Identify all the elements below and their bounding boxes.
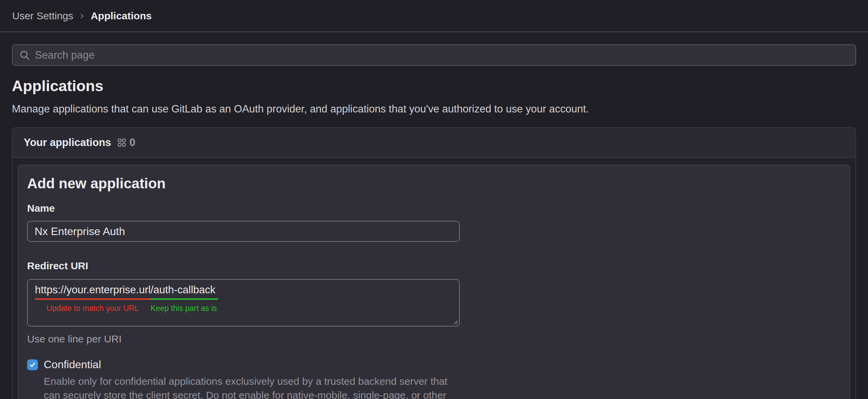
your-applications-header: Your applications 0 [13,128,855,158]
confidential-help: Enable only for confidential application… [44,374,448,399]
chevron-right-icon: › [80,9,84,23]
annotation-update-url: Update to match your URL [35,304,151,313]
your-applications-section: Your applications 0 Add new application … [12,127,856,399]
redirect-uri-red-segment: https://your.enterprise.url [35,284,151,300]
add-new-application-card: Add new application Name Redirect URI ht… [18,165,850,399]
redirect-uri-label: Redirect URI [27,260,836,272]
page-title: Applications [12,77,868,95]
confidential-text: Confidential Enable only for confidentia… [44,358,448,399]
breadcrumb-current-applications: Applications [91,10,152,22]
your-applications-title: Your applications [24,136,111,149]
breadcrumb-user-settings[interactable]: User Settings [12,10,73,22]
breadcrumb: User Settings › Applications [12,9,152,23]
search-row [0,32,868,66]
topbar: User Settings › Applications [0,0,868,32]
uri-helper-text: Use one line per URI [27,333,836,345]
redirect-uri-value: https://your.enterprise.url/auth-callbac… [35,284,459,300]
your-applications-body: Add new application Name Redirect URI ht… [13,158,855,399]
page-description: Manage applications that can use GitLab … [12,103,868,115]
search-input[interactable] [35,49,849,61]
checkmark-icon [29,361,36,369]
confidential-checkbox[interactable] [27,359,38,370]
redirect-uri-textarea[interactable]: https://your.enterprise.url/auth-callbac… [27,279,460,327]
resize-grip-icon[interactable] [452,318,458,324]
applications-count-badge: 0 [130,136,135,149]
name-input[interactable] [27,221,460,242]
add-new-application-title: Add new application [27,175,836,192]
confidential-help-line: can securely store the client secret. Do… [44,388,448,399]
confidential-row: Confidential Enable only for confidentia… [27,358,836,399]
name-label: Name [27,203,836,214]
applications-grid-icon [117,138,126,147]
search-icon [19,50,30,61]
confidential-label[interactable]: Confidential [44,358,448,371]
confidential-help-line: Enable only for confidential application… [44,374,448,388]
redirect-uri-annotations: Update to match your URL Keep this part … [35,304,459,313]
annotation-keep-part: Keep this part as is [151,304,217,313]
redirect-uri-green-segment: /auth-callback [151,284,218,300]
search-box[interactable] [12,44,856,66]
